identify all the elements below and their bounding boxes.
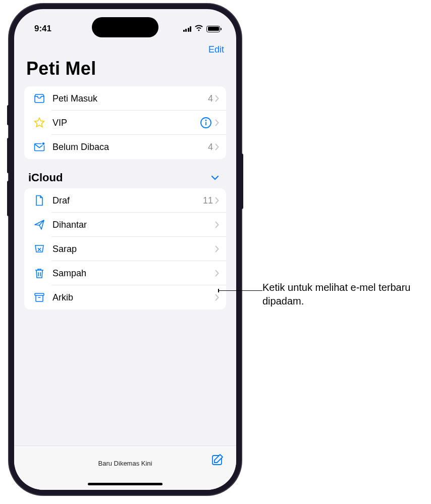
info-icon[interactable] [200, 117, 212, 129]
battery-icon [206, 26, 220, 32]
mailbox-label: Sarap [52, 244, 215, 255]
mailbox-label: VIP [52, 118, 200, 128]
silent-switch [7, 105, 10, 125]
page-title: Peti Mel [14, 57, 236, 86]
callout-text: Ketik untuk melihat e-mel terbaru dipada… [262, 281, 431, 308]
mailbox-label: Sampah [52, 268, 215, 279]
svg-point-4 [42, 142, 45, 145]
wifi-icon [194, 24, 203, 33]
side-button [240, 154, 243, 209]
bottom-toolbar: Baru Dikemas Kini [14, 445, 236, 490]
mailbox-label: Dihantar [52, 220, 215, 230]
mailbox-label: Arkib [52, 292, 215, 303]
draft-icon [32, 194, 46, 207]
status-icons [183, 24, 221, 33]
section-header-icloud[interactable]: iCloud [14, 171, 236, 188]
compose-button[interactable] [211, 453, 224, 468]
home-indicator [88, 483, 163, 485]
phone-screen: 9:41 Edit Peti Mel Pet [14, 9, 236, 490]
trash-icon [32, 267, 46, 280]
junk-icon [32, 242, 46, 256]
section-title: iCloud [28, 171, 63, 184]
mailbox-archive[interactable]: Arkib [24, 285, 226, 310]
sent-icon [32, 218, 46, 231]
chevron-right-icon [215, 294, 219, 301]
mailbox-junk[interactable]: Sarap [24, 237, 226, 261]
cellular-icon [183, 26, 192, 32]
unread-icon [32, 140, 46, 154]
sync-status: Baru Dikemas Kini [98, 460, 152, 467]
mailbox-unread[interactable]: Belum Dibaca 4 [24, 135, 226, 159]
chevron-right-icon [215, 119, 219, 126]
mailbox-count: 4 [208, 93, 213, 104]
mailbox-count: 4 [208, 142, 213, 153]
chevron-right-icon [215, 270, 219, 277]
volume-down [7, 181, 10, 216]
mailbox-count: 11 [203, 195, 213, 206]
chevron-right-icon [215, 95, 219, 102]
mailbox-inbox[interactable]: Peti Masuk 4 [24, 86, 226, 111]
volume-up [7, 138, 10, 173]
favorites-group: Peti Masuk 4 VIP Belum Dibaca 4 [24, 86, 226, 159]
mailbox-drafts[interactable]: Draf 11 [24, 188, 226, 213]
mailbox-label: Peti Masuk [52, 93, 208, 104]
chevron-right-icon [215, 197, 219, 204]
status-time: 9:41 [34, 24, 51, 34]
archive-icon [32, 291, 46, 304]
mailbox-vip[interactable]: VIP [24, 111, 226, 135]
chevron-down-icon [211, 173, 219, 182]
mailbox-label: Belum Dibaca [52, 142, 208, 153]
mailbox-label: Draf [52, 195, 203, 206]
nav-bar: Edit [14, 38, 236, 57]
mailbox-sent[interactable]: Dihantar [24, 213, 226, 237]
phone-frame: 9:41 Edit Peti Mel Pet [9, 4, 241, 495]
chevron-right-icon [215, 245, 219, 253]
edit-button[interactable]: Edit [208, 44, 224, 55]
svg-point-2 [205, 120, 206, 121]
mailbox-trash[interactable]: Sampah [24, 261, 226, 285]
chevron-right-icon [215, 221, 219, 228]
callout-line [219, 290, 262, 291]
dynamic-island [92, 17, 158, 37]
inbox-icon [32, 92, 46, 105]
star-icon [32, 116, 46, 129]
chevron-right-icon [215, 143, 219, 150]
icloud-group: Draf 11 Dihantar Sarap [24, 188, 226, 310]
svg-rect-5 [35, 293, 44, 295]
